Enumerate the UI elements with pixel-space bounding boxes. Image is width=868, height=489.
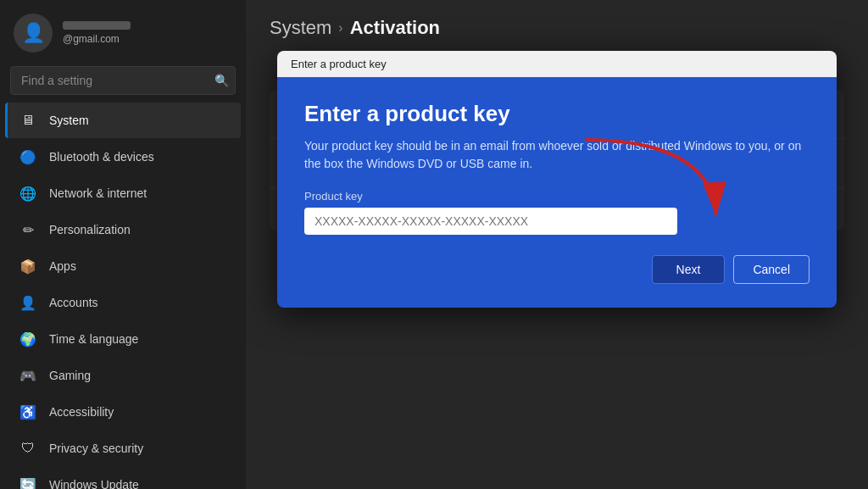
product-key-modal: Enter a product key Enter a product key …	[277, 51, 837, 308]
search-box[interactable]: 🔍	[10, 66, 236, 95]
personalization-icon: ✏	[19, 220, 37, 239]
sidebar-label-bluetooth: Bluetooth & devices	[49, 150, 154, 164]
sidebar-item-network[interactable]: 🌐 Network & internet	[5, 175, 241, 211]
sidebar-label-windows-update: Windows Update	[49, 478, 139, 489]
sidebar-item-bluetooth[interactable]: 🔵 Bluetooth & devices	[5, 139, 241, 175]
product-key-input[interactable]	[304, 208, 677, 235]
user-email: @gmail.com	[63, 33, 131, 45]
nav-items: 🖥 System 🔵 Bluetooth & devices 🌐 Network…	[0, 102, 246, 489]
sidebar-item-time[interactable]: 🌍 Time & language	[5, 321, 241, 357]
user-profile: 👤 @gmail.com	[0, 0, 246, 63]
sidebar-item-windows-update[interactable]: 🔄 Windows Update	[5, 467, 241, 489]
gaming-icon: 🎮	[19, 366, 37, 385]
search-icon: 🔍	[214, 74, 229, 87]
cancel-button[interactable]: Cancel	[733, 255, 810, 284]
time-icon: 🌍	[19, 330, 37, 348]
system-icon: 🖥	[19, 111, 37, 130]
main-content: System › Activation 🔑 Change product key…	[246, 0, 868, 489]
bluetooth-icon: 🔵	[19, 147, 37, 166]
sidebar-label-time: Time & language	[49, 332, 138, 346]
apps-icon: 📦	[19, 257, 37, 275]
sidebar-label-network: Network & internet	[49, 186, 147, 200]
modal-title: Enter a product key	[304, 101, 810, 127]
modal-footer: Next Cancel	[304, 255, 810, 284]
modal-titlebar-text: Enter a product key	[291, 58, 387, 70]
modal-overlay: Enter a product key Enter a product key …	[246, 0, 868, 489]
sidebar-item-system[interactable]: 🖥 System	[5, 103, 241, 138]
modal-description: Your product key should be in an email f…	[304, 137, 810, 173]
privacy-icon: 🛡	[19, 439, 37, 458]
sidebar-label-apps: Apps	[49, 259, 76, 273]
user-info: @gmail.com	[63, 21, 131, 45]
sidebar-item-gaming[interactable]: 🎮 Gaming	[5, 358, 241, 393]
modal-titlebar: Enter a product key	[277, 51, 837, 77]
accessibility-icon: ♿	[19, 403, 37, 421]
username-bar	[63, 21, 131, 30]
sidebar-label-system: System	[49, 114, 89, 127]
sidebar-item-apps[interactable]: 📦 Apps	[5, 248, 241, 284]
accounts-icon: 👤	[19, 293, 37, 312]
sidebar-label-accounts: Accounts	[49, 296, 98, 309]
sidebar: 👤 @gmail.com 🔍 🖥 System 🔵 Bluetooth & de…	[0, 0, 246, 489]
sidebar-label-personalization: Personalization	[49, 223, 131, 236]
sidebar-label-accessibility: Accessibility	[49, 405, 114, 419]
avatar: 👤	[14, 14, 53, 53]
sidebar-item-accounts[interactable]: 👤 Accounts	[5, 285, 241, 320]
sidebar-item-accessibility[interactable]: ♿ Accessibility	[5, 394, 241, 430]
search-input[interactable]	[10, 66, 236, 95]
modal-body: Enter a product key Your product key sho…	[277, 77, 837, 308]
next-button[interactable]: Next	[652, 255, 726, 284]
sidebar-item-personalization[interactable]: ✏ Personalization	[5, 212, 241, 247]
sidebar-label-privacy: Privacy & security	[49, 442, 143, 455]
network-icon: 🌐	[19, 184, 37, 203]
windows-update-icon: 🔄	[19, 475, 37, 489]
product-key-label: Product key	[304, 190, 810, 203]
sidebar-label-gaming: Gaming	[49, 369, 91, 382]
sidebar-item-privacy[interactable]: 🛡 Privacy & security	[5, 431, 241, 466]
